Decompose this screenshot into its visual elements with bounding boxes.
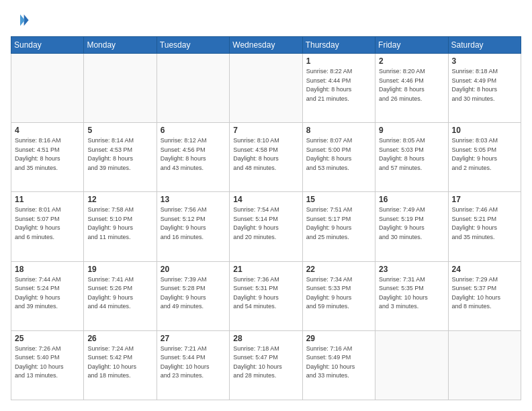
calendar-week-4: 18Sunrise: 7:44 AM Sunset: 5:24 PM Dayli… [11, 261, 521, 330]
calendar-cell: 2Sunrise: 8:20 AM Sunset: 4:46 PM Daylig… [375, 54, 448, 123]
day-info: Sunrise: 8:03 AM Sunset: 5:05 PM Dayligh… [452, 136, 517, 173]
day-number: 10 [452, 126, 517, 135]
day-number: 7 [233, 126, 298, 135]
weekday-header-sunday: Sunday [11, 37, 84, 54]
header [11, 11, 521, 30]
calendar-cell: 5Sunrise: 8:14 AM Sunset: 4:53 PM Daylig… [84, 123, 157, 192]
day-info: Sunrise: 7:39 AM Sunset: 5:28 PM Dayligh… [161, 275, 226, 312]
day-number: 25 [15, 334, 80, 343]
day-number: 26 [87, 334, 152, 343]
day-number: 17 [452, 195, 517, 204]
calendar-cell: 26Sunrise: 7:24 AM Sunset: 5:42 PM Dayli… [84, 330, 157, 400]
day-number: 29 [306, 334, 371, 343]
page: SundayMondayTuesdayWednesdayThursdayFrid… [0, 0, 532, 411]
day-info: Sunrise: 7:26 AM Sunset: 5:40 PM Dayligh… [15, 345, 80, 381]
day-number: 21 [233, 265, 298, 274]
day-info: Sunrise: 8:16 AM Sunset: 4:51 PM Dayligh… [15, 136, 80, 173]
calendar-cell: 14Sunrise: 7:54 AM Sunset: 5:14 PM Dayli… [230, 192, 302, 261]
calendar-cell: 20Sunrise: 7:39 AM Sunset: 5:28 PM Dayli… [157, 261, 229, 330]
calendar-cell: 17Sunrise: 7:46 AM Sunset: 5:21 PM Dayli… [448, 192, 521, 261]
day-info: Sunrise: 7:49 AM Sunset: 5:19 PM Dayligh… [379, 205, 444, 242]
weekday-header-monday: Monday [84, 37, 157, 54]
day-info: Sunrise: 7:18 AM Sunset: 5:47 PM Dayligh… [233, 345, 298, 381]
calendar-cell: 9Sunrise: 8:05 AM Sunset: 5:03 PM Daylig… [375, 123, 448, 192]
calendar-week-3: 11Sunrise: 8:01 AM Sunset: 5:07 PM Dayli… [11, 192, 521, 261]
calendar-week-5: 25Sunrise: 7:26 AM Sunset: 5:40 PM Dayli… [11, 330, 521, 400]
day-number: 16 [379, 195, 444, 204]
day-number: 1 [306, 56, 371, 66]
calendar-cell: 19Sunrise: 7:41 AM Sunset: 5:26 PM Dayli… [84, 261, 157, 330]
weekday-header-wednesday: Wednesday [230, 37, 302, 54]
calendar-cell [157, 54, 229, 123]
weekday-header-friday: Friday [375, 37, 448, 54]
logo [11, 11, 32, 30]
calendar-table: SundayMondayTuesdayWednesdayThursdayFrid… [11, 36, 521, 400]
day-info: Sunrise: 8:18 AM Sunset: 4:49 PM Dayligh… [452, 67, 517, 103]
calendar-cell: 8Sunrise: 8:07 AM Sunset: 5:00 PM Daylig… [302, 123, 375, 192]
day-number: 19 [87, 265, 152, 274]
calendar-cell: 18Sunrise: 7:44 AM Sunset: 5:24 PM Dayli… [11, 261, 84, 330]
day-info: Sunrise: 8:05 AM Sunset: 5:03 PM Dayligh… [379, 136, 444, 173]
day-info: Sunrise: 7:56 AM Sunset: 5:12 PM Dayligh… [161, 205, 226, 242]
weekday-header-thursday: Thursday [302, 37, 375, 54]
day-info: Sunrise: 8:07 AM Sunset: 5:00 PM Dayligh… [306, 136, 371, 173]
weekday-header-tuesday: Tuesday [157, 37, 229, 54]
day-number: 18 [15, 265, 80, 274]
day-info: Sunrise: 7:16 AM Sunset: 5:49 PM Dayligh… [306, 345, 371, 381]
day-info: Sunrise: 7:29 AM Sunset: 5:37 PM Dayligh… [452, 275, 517, 312]
day-number: 6 [161, 126, 226, 135]
day-number: 13 [161, 195, 226, 204]
day-number: 24 [452, 265, 517, 274]
day-info: Sunrise: 8:10 AM Sunset: 4:58 PM Dayligh… [233, 136, 298, 173]
calendar-cell: 16Sunrise: 7:49 AM Sunset: 5:19 PM Dayli… [375, 192, 448, 261]
day-number: 27 [161, 334, 226, 343]
day-number: 3 [452, 56, 517, 66]
weekday-header-row: SundayMondayTuesdayWednesdayThursdayFrid… [11, 37, 521, 54]
logo-icon [11, 11, 30, 30]
calendar-cell: 6Sunrise: 8:12 AM Sunset: 4:56 PM Daylig… [157, 123, 229, 192]
calendar-cell: 22Sunrise: 7:34 AM Sunset: 5:33 PM Dayli… [302, 261, 375, 330]
calendar-cell: 3Sunrise: 8:18 AM Sunset: 4:49 PM Daylig… [448, 54, 521, 123]
weekday-header-saturday: Saturday [448, 37, 521, 54]
calendar-cell: 27Sunrise: 7:21 AM Sunset: 5:44 PM Dayli… [157, 330, 229, 400]
calendar-cell: 7Sunrise: 8:10 AM Sunset: 4:58 PM Daylig… [230, 123, 302, 192]
calendar-cell: 1Sunrise: 8:22 AM Sunset: 4:44 PM Daylig… [302, 54, 375, 123]
day-number: 14 [233, 195, 298, 204]
calendar-cell [11, 54, 84, 123]
calendar-cell: 4Sunrise: 8:16 AM Sunset: 4:51 PM Daylig… [11, 123, 84, 192]
day-info: Sunrise: 7:31 AM Sunset: 5:35 PM Dayligh… [379, 275, 444, 312]
day-number: 5 [87, 126, 152, 135]
calendar-cell [230, 54, 302, 123]
day-info: Sunrise: 8:20 AM Sunset: 4:46 PM Dayligh… [379, 67, 444, 103]
calendar-cell: 10Sunrise: 8:03 AM Sunset: 5:05 PM Dayli… [448, 123, 521, 192]
day-info: Sunrise: 7:24 AM Sunset: 5:42 PM Dayligh… [87, 345, 152, 381]
calendar-cell [448, 330, 521, 400]
day-info: Sunrise: 7:36 AM Sunset: 5:31 PM Dayligh… [233, 275, 298, 312]
calendar-cell: 11Sunrise: 8:01 AM Sunset: 5:07 PM Dayli… [11, 192, 84, 261]
calendar-cell: 21Sunrise: 7:36 AM Sunset: 5:31 PM Dayli… [230, 261, 302, 330]
day-number: 4 [15, 126, 80, 135]
day-info: Sunrise: 7:51 AM Sunset: 5:17 PM Dayligh… [306, 205, 371, 242]
day-number: 11 [15, 195, 80, 204]
calendar-cell: 24Sunrise: 7:29 AM Sunset: 5:37 PM Dayli… [448, 261, 521, 330]
day-info: Sunrise: 7:58 AM Sunset: 5:10 PM Dayligh… [87, 205, 152, 242]
calendar-cell [375, 330, 448, 400]
day-number: 20 [161, 265, 226, 274]
calendar-week-2: 4Sunrise: 8:16 AM Sunset: 4:51 PM Daylig… [11, 123, 521, 192]
day-number: 8 [306, 126, 371, 135]
calendar-cell: 28Sunrise: 7:18 AM Sunset: 5:47 PM Dayli… [230, 330, 302, 400]
day-info: Sunrise: 7:46 AM Sunset: 5:21 PM Dayligh… [452, 205, 517, 242]
day-number: 28 [233, 334, 298, 343]
day-info: Sunrise: 7:54 AM Sunset: 5:14 PM Dayligh… [233, 205, 298, 242]
day-number: 2 [379, 56, 444, 66]
day-number: 23 [379, 265, 444, 274]
day-info: Sunrise: 7:34 AM Sunset: 5:33 PM Dayligh… [306, 275, 371, 312]
day-info: Sunrise: 8:14 AM Sunset: 4:53 PM Dayligh… [87, 136, 152, 173]
day-info: Sunrise: 7:21 AM Sunset: 5:44 PM Dayligh… [161, 345, 226, 381]
calendar-cell: 15Sunrise: 7:51 AM Sunset: 5:17 PM Dayli… [302, 192, 375, 261]
day-info: Sunrise: 7:41 AM Sunset: 5:26 PM Dayligh… [87, 275, 152, 312]
calendar-cell [84, 54, 157, 123]
day-number: 22 [306, 265, 371, 274]
calendar-cell: 29Sunrise: 7:16 AM Sunset: 5:49 PM Dayli… [302, 330, 375, 400]
calendar-cell: 13Sunrise: 7:56 AM Sunset: 5:12 PM Dayli… [157, 192, 229, 261]
